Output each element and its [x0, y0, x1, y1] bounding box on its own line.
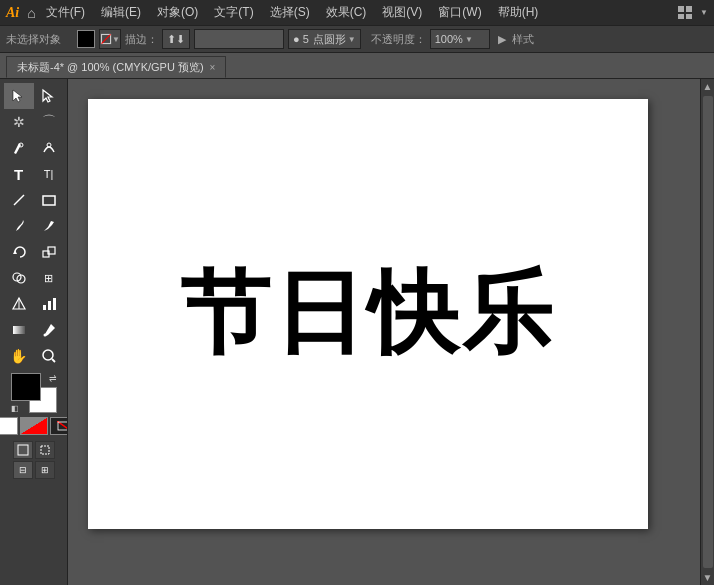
svg-line-10: [14, 195, 24, 205]
color-mode-row: [0, 417, 68, 435]
selection-tool[interactable]: [4, 83, 34, 109]
svg-rect-29: [41, 446, 49, 454]
type-tool[interactable]: T: [4, 161, 34, 187]
screen-mode-row: [13, 441, 55, 459]
svg-rect-19: [43, 305, 46, 310]
scroll-down-button[interactable]: ▼: [703, 572, 713, 583]
scroll-thumb[interactable]: [703, 96, 713, 568]
live-paint-tool[interactable]: ⊞: [34, 265, 64, 291]
pencil-tool[interactable]: [34, 213, 64, 239]
tool-row-8: ⊞: [0, 265, 67, 291]
lasso-tool[interactable]: ⌒: [34, 109, 64, 135]
tool-row-1: [0, 83, 67, 109]
main-area: ✲ ⌒ T T|: [0, 79, 714, 585]
svg-rect-2: [678, 14, 684, 19]
title-bar: Ai ⌂ 文件(F) 编辑(E) 对象(O) 文字(T) 选择(S) 效果(C)…: [0, 0, 714, 25]
stroke-color-mode[interactable]: [20, 417, 48, 435]
fill-color-mode[interactable]: [0, 417, 18, 435]
svg-rect-22: [13, 326, 25, 334]
type-touch-tool[interactable]: T|: [34, 161, 64, 187]
shape-label: 点圆形: [313, 32, 346, 47]
brush-shape-select[interactable]: ● 5 点圆形 ▼: [288, 29, 361, 49]
tool-row-2: ✲ ⌒: [0, 109, 67, 135]
tool-row-6: [0, 213, 67, 239]
scale-tool[interactable]: [34, 239, 64, 265]
tab-close-button[interactable]: ×: [210, 62, 216, 73]
document-tab[interactable]: 未标题-4* @ 100% (CMYK/GPU 预览) ×: [6, 56, 226, 78]
menu-help[interactable]: 帮助(H): [492, 2, 545, 23]
graph-tool[interactable]: [34, 291, 64, 317]
svg-rect-28: [18, 445, 28, 455]
rectangle-tool[interactable]: [34, 187, 64, 213]
menu-view[interactable]: 视图(V): [376, 2, 428, 23]
scroll-up-button[interactable]: ▲: [703, 81, 713, 92]
normal-screen-button[interactable]: ⊟: [13, 461, 33, 479]
workspace-icon[interactable]: [676, 3, 696, 23]
stroke-input[interactable]: [194, 29, 284, 49]
app-icon: ⌂: [27, 5, 35, 21]
stroke-options-icon[interactable]: ▼: [99, 29, 121, 49]
tool-row-7: [0, 239, 67, 265]
perspective-grid-tool[interactable]: [4, 291, 34, 317]
svg-rect-1: [686, 6, 692, 12]
stroke-value-select[interactable]: ⬆⬇: [162, 29, 190, 49]
direct-selection-tool[interactable]: [34, 83, 64, 109]
hand-tool[interactable]: ✋: [4, 343, 34, 369]
arrow-icon: ▶: [498, 33, 506, 46]
svg-rect-0: [678, 6, 684, 12]
foreground-color-box[interactable]: [11, 373, 41, 401]
full-screen-button[interactable]: ⊞: [35, 461, 55, 479]
menu-text[interactable]: 文字(T): [208, 2, 259, 23]
tool-row-4: T T|: [0, 161, 67, 187]
stroke-color-box[interactable]: [77, 30, 95, 48]
svg-point-23: [43, 334, 46, 337]
tab-bar: 未标题-4* @ 100% (CMYK/GPU 预览) ×: [0, 53, 714, 79]
stroke-label: 描边：: [125, 32, 158, 47]
menu-window[interactable]: 窗口(W): [432, 2, 487, 23]
no-selection-label: 未选择对象: [6, 32, 61, 47]
svg-line-26: [57, 421, 69, 431]
svg-marker-7: [43, 90, 52, 102]
menu-file[interactable]: 文件(F): [40, 2, 91, 23]
style-label: 样式: [512, 32, 534, 47]
pen-tool[interactable]: [4, 135, 34, 161]
tool-row-10: [0, 317, 67, 343]
zoom-tool[interactable]: [34, 343, 64, 369]
menu-effect[interactable]: 效果(C): [320, 2, 373, 23]
rotate-tool[interactable]: [4, 239, 34, 265]
opacity-label: 不透明度：: [371, 32, 426, 47]
dot-count-label: ● 5: [293, 33, 309, 45]
svg-marker-6: [13, 90, 22, 102]
draw-inside-button[interactable]: [35, 441, 55, 459]
opacity-select[interactable]: 100% ▼: [430, 29, 490, 49]
canvas-area[interactable]: 节日快乐: [68, 79, 700, 585]
svg-point-24: [43, 350, 53, 360]
menu-select[interactable]: 选择(S): [264, 2, 316, 23]
svg-marker-12: [13, 250, 17, 254]
magic-wand-tool[interactable]: ✲: [4, 109, 34, 135]
tool-row-11: ✋: [0, 343, 67, 369]
foreground-background-colors: ⇌ ◧: [11, 373, 57, 413]
gradient-tool[interactable]: [4, 317, 34, 343]
svg-rect-3: [686, 14, 692, 19]
canvas-document: 节日快乐: [88, 99, 648, 529]
shape-builder-tool[interactable]: [4, 265, 34, 291]
svg-rect-20: [48, 301, 51, 310]
paintbrush-tool[interactable]: [4, 213, 34, 239]
menu-edit[interactable]: 编辑(E): [95, 2, 147, 23]
menu-object[interactable]: 对象(O): [151, 2, 204, 23]
right-scrollbar[interactable]: ▲ ▼: [700, 79, 714, 585]
curvature-tool[interactable]: [34, 135, 64, 161]
canvas-text-content: 节日快乐: [180, 253, 556, 375]
svg-line-25: [52, 359, 55, 362]
draw-mode-button[interactable]: [13, 441, 33, 459]
opacity-value: 100%: [435, 33, 463, 45]
none-mode[interactable]: [50, 417, 69, 435]
swap-colors-icon[interactable]: ⇌: [49, 373, 57, 383]
tool-row-5: [0, 187, 67, 213]
workspace-chevron[interactable]: ▼: [700, 8, 708, 17]
eyedropper-tool[interactable]: [34, 317, 64, 343]
line-tool[interactable]: [4, 187, 34, 213]
reset-colors-icon[interactable]: ◧: [11, 404, 19, 413]
options-bar: 未选择对象 ▼ 描边： ⬆⬇ ● 5 点圆形 ▼ 不透明度： 100% ▼ ▶ …: [0, 25, 714, 53]
